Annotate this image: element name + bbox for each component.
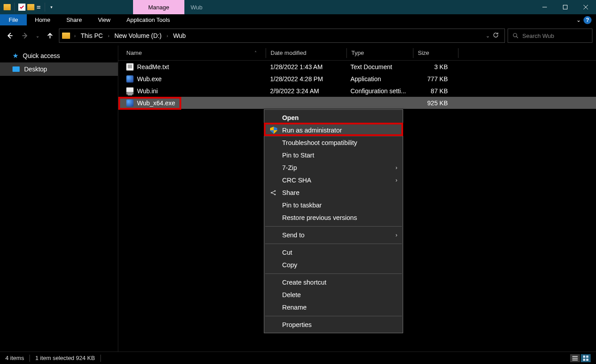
column-size[interactable]: Size [413,50,458,56]
menu-crc-sha[interactable]: CRC SHA› [264,174,403,186]
chevron-right-icon: › [396,232,397,238]
refresh-button[interactable] [492,32,499,40]
manage-tab[interactable]: Manage [133,0,184,14]
folder-icon [62,33,70,39]
menu-pin-taskbar[interactable]: Pin to taskbar [264,199,403,211]
shield-icon [270,126,278,134]
thumbnails-view-icon[interactable] [581,354,591,362]
file-size: 777 KB [412,75,457,83]
txt-file-icon [126,63,133,70]
menu-rename[interactable]: Rename [264,301,403,314]
breadcrumb-volume[interactable]: New Volume (D:) [111,32,165,39]
ini-file-icon [126,87,133,95]
search-icon [513,33,519,39]
properties-icon[interactable] [18,4,25,11]
file-name: Wub_x64.exe [137,99,175,107]
file-row[interactable]: ReadMe.txt1/28/2022 1:43 AMText Document… [118,61,596,73]
svg-line-5 [517,37,518,38]
menu-delete[interactable]: Delete [264,289,403,301]
maximize-button[interactable] [555,0,575,14]
svg-rect-10 [572,358,578,359]
up-button[interactable] [44,29,56,43]
column-date[interactable]: Date modified [266,50,346,56]
forward-button[interactable] [19,29,31,43]
help-icon[interactable]: ? [583,16,592,24]
file-size: 925 KB [412,99,457,107]
window-title: Wub [184,0,209,14]
tab-application-tools[interactable]: Application Tools [118,14,178,25]
star-icon: ★ [13,52,18,60]
navigation-bar: ⌄ › This PC › New Volume (D:) › Wub ⌄ Se… [0,26,596,46]
menu-7zip[interactable]: 7-Zip› [264,161,403,174]
tab-view[interactable]: View [90,14,118,25]
address-dropdown-icon[interactable]: ⌄ [486,33,490,39]
address-bar[interactable]: › This PC › New Volume (D:) › Wub ⌄ [59,29,505,43]
share-icon [270,189,278,197]
svg-rect-1 [563,5,567,9]
exe-file-icon [126,75,133,83]
chevron-right-icon[interactable]: › [73,33,77,38]
menu-copy[interactable]: Copy [264,259,403,271]
menu-cut[interactable]: Cut [264,246,403,259]
file-row[interactable]: Wub.ini2/9/2022 3:24 AMConfiguration set… [118,85,596,97]
file-date: 1/28/2022 4:28 PM [266,75,346,83]
sidebar-quick-access[interactable]: ★ Quick access [0,49,118,62]
close-button[interactable] [575,0,596,14]
file-name: Wub.ini [137,87,158,95]
svg-point-8 [275,194,276,195]
menu-share[interactable]: Share [264,186,403,199]
breadcrumb-this-pc[interactable]: This PC [77,32,107,39]
recent-dropdown-icon[interactable]: ⌄ [34,29,41,43]
minimize-button[interactable] [534,0,555,14]
chevron-right-icon[interactable]: › [165,33,170,38]
quick-access-toolbar: 〓 ▾ [0,0,58,14]
svg-rect-15 [586,359,588,361]
desktop-icon [13,66,20,72]
sidebar-desktop[interactable]: Desktop [0,62,118,76]
svg-rect-11 [572,360,578,360]
file-row[interactable]: Wub.exe1/28/2022 4:28 PMApplication777 K… [118,73,596,85]
file-size: 87 KB [412,87,457,95]
customize-icon[interactable]: 〓 [36,4,41,11]
breadcrumb-current[interactable]: Wub [170,32,190,39]
column-headers: Name˄ Date modified Type Size [118,46,596,61]
file-menu[interactable]: File [0,14,27,25]
menu-create-shortcut[interactable]: Create shortcut [264,276,403,289]
file-type: Application [346,75,412,83]
folder-icon[interactable] [4,4,11,10]
file-row[interactable]: Wub_x64.exe925 KB [118,97,596,109]
file-date: 1/28/2022 1:43 AM [266,63,346,70]
details-view-icon[interactable] [570,354,580,362]
column-name[interactable]: Name˄ [118,50,266,56]
tab-share[interactable]: Share [58,14,90,25]
tab-home[interactable]: Home [27,14,58,25]
back-button[interactable] [4,29,16,43]
menu-troubleshoot[interactable]: Troubleshoot compatibility [264,136,403,149]
menu-open[interactable]: Open [264,112,403,124]
chevron-right-icon[interactable]: › [106,33,111,38]
column-type[interactable]: Type [347,50,413,56]
status-item-count: 4 items [5,355,24,361]
status-bar: 4 items 1 item selected 924 KB [0,352,596,364]
sidebar: ★ Quick access Desktop [0,46,118,352]
new-folder-icon[interactable] [27,4,34,10]
file-name: ReadMe.txt [137,63,169,70]
file-list: Name˄ Date modified Type Size ReadMe.txt… [118,46,596,352]
menu-pin-start[interactable]: Pin to Start [264,149,403,161]
search-input[interactable]: Search Wub [508,29,592,43]
menu-restore-versions[interactable]: Restore previous versions [264,211,403,224]
qat-dropdown-icon[interactable]: ▾ [49,5,54,9]
search-placeholder: Search Wub [522,33,554,39]
menu-run-as-admin[interactable]: Run as administrator [264,124,403,136]
ribbon-collapse-icon[interactable]: ⌄ [576,17,581,23]
context-menu: Open Run as administrator Troubleshoot c… [264,109,403,333]
ribbon: File Home Share View Application Tools ⌄… [0,14,596,26]
file-name: Wub.exe [137,75,162,83]
sidebar-item-label: Quick access [23,52,60,59]
svg-rect-13 [586,356,588,358]
menu-send-to[interactable]: Send to› [264,229,403,241]
status-selection: 1 item selected 924 KB [35,355,95,361]
menu-properties[interactable]: Properties [264,318,403,331]
title-bar: 〓 ▾ Manage Wub [0,0,596,14]
file-size: 3 KB [412,63,457,70]
